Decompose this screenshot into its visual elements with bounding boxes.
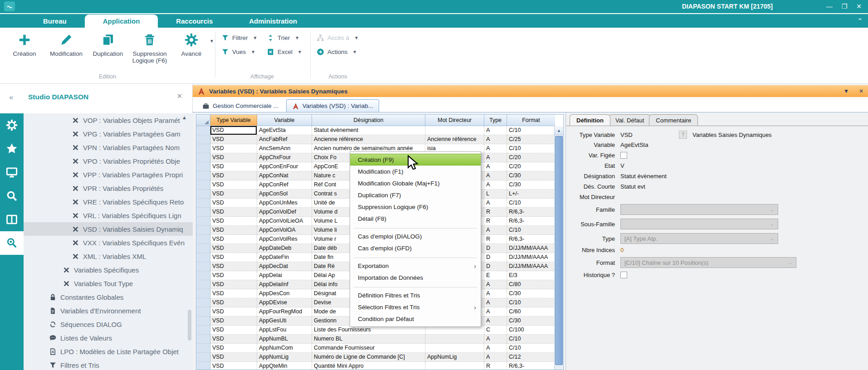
tree-item[interactable]: VRE : Variables Spécifiques Reto xyxy=(24,195,193,209)
cell-type-variable[interactable]: VSD xyxy=(210,235,257,244)
table-row[interactable]: VSD AncFabRef Ancienne référence Ancienn… xyxy=(196,135,563,144)
cell-type[interactable]: A xyxy=(484,135,507,144)
cell-format[interactable]: E/3 xyxy=(507,271,555,280)
cell-type[interactable]: A xyxy=(484,226,507,235)
cell-variable[interactable]: AncSemAnn xyxy=(257,144,312,153)
tree-item[interactable]: Variables Spécifiques xyxy=(24,263,193,277)
cell-type[interactable]: R xyxy=(484,217,507,226)
scroll-up-icon[interactable]: ▲ xyxy=(182,115,187,120)
context-menu-item[interactable]: Duplication (F7) › xyxy=(350,189,481,201)
cell-format[interactable]: C/10 xyxy=(507,344,555,353)
cell-format[interactable]: C/30 xyxy=(507,180,555,190)
ribbon-button[interactable]: Accès à ▼ xyxy=(317,34,359,42)
cell-designation[interactable]: Liste des Fournisseurs xyxy=(312,326,425,335)
cell-type[interactable]: A xyxy=(484,353,507,362)
chevron-down-icon[interactable]: ▼ xyxy=(253,35,258,40)
ribbon-button[interactable]: Création ▼ xyxy=(4,30,45,57)
cell-type-variable[interactable]: VSD xyxy=(210,217,257,226)
collapse-sidebar-icon[interactable]: « xyxy=(9,93,13,102)
chevron-down-icon[interactable]: ▼ xyxy=(210,39,214,44)
cell-type[interactable]: D xyxy=(484,244,507,253)
cell-type[interactable]: D xyxy=(484,253,507,262)
cell-type-variable[interactable]: VSD xyxy=(210,353,257,362)
cell-type[interactable]: A xyxy=(484,180,507,190)
cell-variable[interactable]: AppNumLig xyxy=(257,353,312,362)
ribbon-button[interactable]: Modification ▼ xyxy=(45,30,87,57)
row-selector-cell[interactable] xyxy=(196,144,210,153)
context-menu-item[interactable]: › xyxy=(354,254,477,258)
cell-variable[interactable]: AppDelai xyxy=(257,271,312,280)
cell-type[interactable]: A xyxy=(484,171,507,180)
format-select[interactable]: [C/10] Chaîne sur 10 Position(s)⌄ xyxy=(620,257,796,268)
cell-mot-directeur[interactable]: Ancienne référence xyxy=(425,135,484,144)
row-selector-cell[interactable] xyxy=(196,280,210,289)
detail-tab[interactable]: Commentaire xyxy=(649,114,698,126)
row-selector-cell[interactable] xyxy=(196,162,210,171)
tree-item[interactable]: VPR : Variables Propriétés xyxy=(24,181,193,195)
close-icon[interactable]: ✕ xyxy=(856,1,862,12)
cell-format[interactable]: D/JJ/MM/AAAA xyxy=(507,253,555,262)
context-menu-item[interactable]: Définition Filtres et Tris › xyxy=(350,289,481,301)
cell-variable[interactable]: AppFourRegMod xyxy=(257,307,312,316)
cell-format[interactable]: L+/- xyxy=(507,190,555,199)
cell-variable[interactable]: AppQteMin xyxy=(257,362,312,370)
tree-item[interactable]: VPG : Variables Partagées Gam xyxy=(24,127,193,141)
row-selector-cell[interactable] xyxy=(196,235,210,244)
ribbon-button[interactable]: Suppression Logique (F6) ▼ xyxy=(129,30,171,64)
column-header-variable[interactable]: Variable xyxy=(257,115,312,126)
cell-variable[interactable]: AppConVolRes xyxy=(257,235,312,244)
row-selector-cell[interactable] xyxy=(196,208,210,217)
tree-item[interactable]: Variables Tout Type xyxy=(24,277,193,290)
cell-type-variable[interactable]: VSD xyxy=(210,289,257,298)
cell-variable[interactable]: AppDecDat xyxy=(257,262,312,271)
cell-designation[interactable]: Numéro de Ligne de Commande [C] xyxy=(312,353,425,362)
cell-format[interactable]: R/6,3- xyxy=(507,362,555,370)
row-selector-cell[interactable] xyxy=(196,244,210,253)
context-menu-item[interactable]: Cas d'emploi (GFD) › xyxy=(350,242,481,254)
row-selector-cell[interactable] xyxy=(196,344,210,353)
cell-type[interactable]: A xyxy=(484,153,507,162)
cell-type[interactable]: L xyxy=(484,190,507,199)
context-menu-item[interactable]: Suppression Logique (F6) › xyxy=(350,201,481,213)
cell-type-variable[interactable]: VSD xyxy=(210,126,257,135)
cell-variable[interactable]: AppConEnFour xyxy=(257,162,312,171)
detail-tab[interactable]: Val. Défaut xyxy=(609,114,651,126)
cell-variable[interactable]: AppNumBL xyxy=(257,335,312,344)
row-selector-cell[interactable] xyxy=(196,335,210,344)
sidebar-close-icon[interactable]: ✕ xyxy=(176,92,182,100)
row-selector-cell[interactable] xyxy=(196,190,210,199)
tree-item[interactable]: VPN : Variables Partagées Nom xyxy=(24,141,193,154)
column-header-designation[interactable]: Désignation xyxy=(312,115,425,126)
cell-type-variable[interactable]: VSD xyxy=(210,326,257,335)
tree-item[interactable]: VXX : Variables Spécifiques Evén xyxy=(24,236,193,249)
table-row[interactable]: VSD AppQteMin Quantité Mini Appro R R/6,… xyxy=(196,362,563,370)
cell-variable[interactable]: AppConVolLieOA xyxy=(257,217,312,226)
cell-type[interactable]: E xyxy=(484,271,507,280)
chevron-down-icon[interactable]: ▼ xyxy=(251,49,255,54)
cell-designation[interactable]: Quantité Mini Appro xyxy=(312,362,425,370)
ribbon-button[interactable]: Filtrer ▼ xyxy=(221,34,257,42)
tree-item[interactable]: VPO : Variables Propriétés Obje xyxy=(24,154,193,168)
cell-format[interactable]: C/30 xyxy=(507,171,555,180)
cell-designation[interactable]: Commande Fournisseur xyxy=(312,344,425,353)
cell-format[interactable]: C/10 xyxy=(507,226,555,235)
context-menu-item[interactable]: Condition par Défaut › xyxy=(350,313,481,325)
context-menu-item[interactable]: Sélection Filtres et Tris › xyxy=(350,301,481,313)
select-all-cell[interactable] xyxy=(196,115,210,126)
rail-item[interactable] xyxy=(0,161,24,184)
menu-tab[interactable]: Raccourcis xyxy=(158,15,231,28)
context-menu-item[interactable]: Modification Globale (Maj+F1) › xyxy=(350,177,481,189)
table-row[interactable]: VSD AgeEvtSta Statut évènement A C/10 xyxy=(196,126,563,135)
cell-format[interactable]: C/10 xyxy=(507,335,555,344)
chevron-down-icon[interactable]: ▼ xyxy=(297,49,302,54)
cell-variable[interactable]: AppConUnMes xyxy=(257,199,312,208)
cell-format[interactable]: C/20 xyxy=(507,162,555,171)
ribbon-button[interactable]: Actions ▼ xyxy=(317,48,359,56)
cell-type-variable[interactable]: VSD xyxy=(210,135,257,144)
cell-variable[interactable]: AppGesUti xyxy=(257,316,312,326)
cell-type-variable[interactable]: VSD xyxy=(210,344,257,353)
help-icon[interactable]: ? xyxy=(679,131,687,139)
cell-variable[interactable]: AppConVolOA xyxy=(257,226,312,235)
cell-type-variable[interactable]: VSD xyxy=(210,262,257,271)
context-menu-item[interactable]: Importation de Données › xyxy=(350,272,481,283)
